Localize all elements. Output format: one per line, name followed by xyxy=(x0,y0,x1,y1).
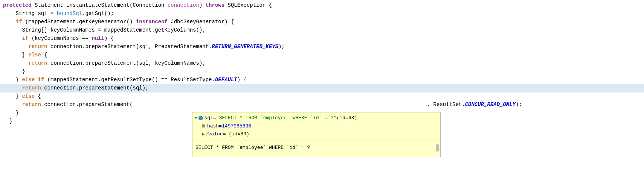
debug-val-value: = (id=89) xyxy=(223,130,249,138)
token xyxy=(3,59,28,67)
token: if xyxy=(22,35,28,42)
token: boundSql xyxy=(57,10,82,18)
token: } xyxy=(3,109,19,117)
token: return xyxy=(28,43,47,51)
token: } xyxy=(3,68,25,76)
token: RETURN_GENERATED_KEYS xyxy=(212,43,278,51)
token: } xyxy=(3,76,22,84)
token: CONCUR_READ_ONLY xyxy=(465,101,516,109)
token: ); xyxy=(278,43,285,51)
token: { xyxy=(35,92,41,100)
token: (mappedStatement.getKeyGenerator() xyxy=(22,18,136,26)
token: DEFAULT xyxy=(215,76,237,84)
code-line-3: if (mappedStatement.getKeyGenerator() in… xyxy=(0,18,644,26)
code-line-11: return connection.prepareStatement(sql); xyxy=(0,84,644,92)
token xyxy=(3,18,16,26)
token: protected xyxy=(3,2,32,9)
debug-key-hash: hash xyxy=(207,123,219,130)
token: ) { xyxy=(104,35,114,42)
token: } xyxy=(3,117,12,125)
token: null xyxy=(92,35,104,42)
token: connection.prepareStatement(sql); xyxy=(41,84,149,92)
object-icon xyxy=(198,116,203,120)
debug-val-sql: = xyxy=(213,114,216,122)
code-line-10: } else if (mappedStatement.getResultSetT… xyxy=(0,76,644,84)
expand-icon: ▼ xyxy=(195,115,197,121)
token xyxy=(35,76,38,84)
token: connection.prepareStatement(sql, keyColu… xyxy=(47,59,206,67)
token: ) { xyxy=(237,76,247,84)
code-editor: protected Statement instantiateStatement… xyxy=(0,0,644,188)
code-line-6: return connection.prepareStatement(sql, … xyxy=(0,43,644,51)
token: else xyxy=(22,92,35,100)
token: String[] keyColumnNames = mappedStatemen… xyxy=(3,26,206,34)
token: } xyxy=(3,92,22,100)
debug-val-hash: = xyxy=(219,123,222,130)
token xyxy=(3,35,22,42)
debug-key-value: value xyxy=(208,130,223,138)
token: return xyxy=(22,101,41,109)
debug-id-sql: (id=68) xyxy=(337,114,357,122)
debug-row-value: ▶ 𝑓 value = (id=89) xyxy=(195,130,438,138)
debug-popup-content: ▼ sql = "SELECT * FROM `employee` WHERE … xyxy=(192,112,440,140)
token xyxy=(3,43,28,51)
token: ); xyxy=(516,101,522,109)
code-line-1: protected Statement instantiateStatement… xyxy=(0,2,644,10)
code-line-13: return connection.prepareStatement( , Re… xyxy=(0,101,644,109)
popup-separator xyxy=(192,141,440,141)
debug-sql-preview: SELECT * FROM `employee` WHERE `id` = ? xyxy=(192,142,440,157)
token: connection.prepareStatement( xyxy=(41,101,133,109)
token: ) xyxy=(199,2,206,9)
field-icon xyxy=(202,124,205,127)
token: connection xyxy=(168,2,199,9)
token: (keyColumnNames == xyxy=(28,35,92,42)
code-line-2: String sql = boundSql.getSql(); xyxy=(0,10,644,18)
code-line-5: if (keyColumnNames == null) { xyxy=(0,35,644,43)
debug-popup[interactable]: ▼ sql = "SELECT * FROM `employee` WHERE … xyxy=(192,112,441,157)
code-line-12: } else { xyxy=(0,92,644,101)
token: { xyxy=(41,51,47,59)
sql-text: SELECT * FROM `employee` WHERE `id` = ? xyxy=(195,145,310,150)
token: connection.prepareStatement(sql, Prepare… xyxy=(47,43,212,51)
token: else xyxy=(28,51,41,59)
token: throws xyxy=(206,2,224,9)
token: .getSql(); xyxy=(82,10,114,18)
debug-string-sql: "SELECT * FROM `employee` WHERE `id` = ?… xyxy=(216,114,337,122)
scroll-indicator[interactable] xyxy=(436,144,439,152)
token xyxy=(3,84,22,92)
token xyxy=(3,101,22,109)
token: (mappedStatement.getResultSetType() == R… xyxy=(44,76,215,84)
token: instanceof xyxy=(136,18,168,26)
debug-number-hash: 1497985836 xyxy=(222,123,251,130)
code-line-7: } else { xyxy=(0,51,644,59)
token: return xyxy=(22,84,41,92)
debug-row-hash: hash = 1497985836 xyxy=(195,122,438,130)
token: return xyxy=(28,59,47,67)
debug-row-sql: ▼ sql = "SELECT * FROM `employee` WHERE … xyxy=(195,114,438,122)
token: if xyxy=(16,18,22,26)
token: Jdbc3KeyGenerator) { xyxy=(168,18,234,26)
token: Statement instantiateStatement(Connectio… xyxy=(32,2,168,9)
function-icon: 𝑓 xyxy=(206,131,207,138)
code-line-4: String[] keyColumnNames = mappedStatemen… xyxy=(0,26,644,35)
debug-key-sql: sql xyxy=(204,114,213,122)
collapse-icon: ▶ xyxy=(202,131,205,138)
token: if xyxy=(38,76,44,84)
token: , ResultSet. xyxy=(427,101,465,109)
token: SQLException { xyxy=(224,2,272,9)
code-line-8: return connection.prepareStatement(sql, … xyxy=(0,59,644,68)
token: String sql = xyxy=(3,10,57,18)
code-line-9: } xyxy=(0,68,644,76)
token: else xyxy=(22,76,35,84)
token: } xyxy=(3,51,28,59)
